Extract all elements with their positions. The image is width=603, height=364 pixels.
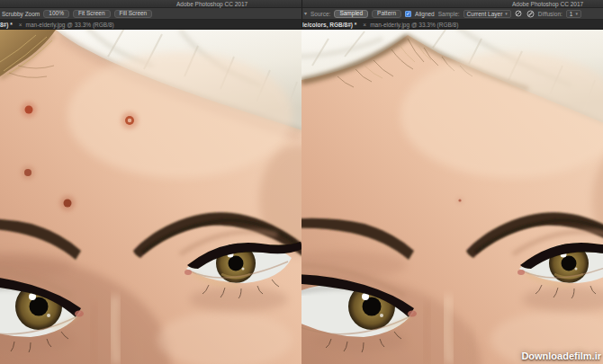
chevron-down-icon: ▾ xyxy=(575,11,578,16)
left-options-bar: Scrubby Zoom 100% Fit Screen Fill Screen xyxy=(0,8,302,20)
right-document-tab[interactable]: man-elderly.jpg @ 33.3% (RGB/8) xyxy=(370,22,458,28)
sample-layer-value: Current Layer xyxy=(467,11,503,17)
source-label: Source: xyxy=(310,11,330,17)
right-photoshop-window: Adobe Photoshop CC 2017 ▾ Source: Sample… xyxy=(302,0,603,364)
left-photo-canvas[interactable] xyxy=(0,30,302,364)
left-titlebar: Adobe Photoshop CC 2017 xyxy=(0,0,302,8)
left-window-title: Adobe Photoshop CC 2017 xyxy=(176,1,248,7)
right-options-bar: ▾ Source: Sampled Pattern ✓ Aligned Samp… xyxy=(302,8,603,20)
fit-screen-button[interactable]: Fit Screen xyxy=(73,10,111,18)
left-document-tab[interactable]: man-elderly.jpg @ 33.3% (RGB/8) xyxy=(26,22,114,28)
after-photo xyxy=(302,30,603,364)
right-photo-canvas[interactable]: Downloadefilm.ir xyxy=(302,30,603,364)
pen-pressure-icon[interactable] xyxy=(526,10,535,18)
residual-mark-group xyxy=(457,198,463,203)
sample-label: Sample: xyxy=(438,11,460,17)
before-photo xyxy=(0,30,302,364)
scrubby-zoom-label[interactable]: Scrubby Zoom xyxy=(2,11,40,17)
left-active-tab[interactable]: 8#) * xyxy=(0,22,15,28)
diffusion-label: Diffusion: xyxy=(538,11,562,17)
right-window-title: Adobe Photoshop CC 2017 xyxy=(512,1,583,7)
brush-preset-dropdown-icon[interactable]: ▾ xyxy=(304,11,307,16)
sampled-button[interactable]: Sampled xyxy=(334,10,368,18)
diffusion-dropdown[interactable]: 1 ▾ xyxy=(566,10,581,18)
aligned-checkbox[interactable]: ✓ xyxy=(405,11,411,17)
fill-screen-button[interactable]: Fill Screen xyxy=(114,10,153,18)
sample-layer-dropdown[interactable]: Current Layer ▾ xyxy=(464,10,511,18)
right-tab-bar: le/colors, RGB/8#) * × man-elderly.jpg @… xyxy=(302,20,603,30)
chevron-down-icon: ▾ xyxy=(505,11,508,16)
left-photoshop-window: Adobe Photoshop CC 2017 Scrubby Zoom 100… xyxy=(0,0,302,364)
left-tab-close-icon[interactable]: × xyxy=(15,22,26,28)
zoom-100-button[interactable]: 100% xyxy=(43,10,69,18)
aligned-label[interactable]: Aligned xyxy=(415,11,435,17)
watermark: Downloadefilm.ir xyxy=(521,351,601,361)
right-tab-close-icon[interactable]: × xyxy=(359,22,370,28)
right-active-tab[interactable]: le/colors, RGB/8#) * xyxy=(302,22,359,28)
ignore-adjustment-layers-icon[interactable] xyxy=(515,10,523,18)
right-titlebar: Adobe Photoshop CC 2017 xyxy=(302,0,603,8)
diffusion-value: 1 xyxy=(570,11,573,17)
left-tab-bar: 8#) * × man-elderly.jpg @ 33.3% (RGB/8) xyxy=(0,20,302,30)
photoshop-comparison: Adobe Photoshop CC 2017 Scrubby Zoom 100… xyxy=(0,0,603,364)
pattern-button[interactable]: Pattern xyxy=(372,10,401,18)
